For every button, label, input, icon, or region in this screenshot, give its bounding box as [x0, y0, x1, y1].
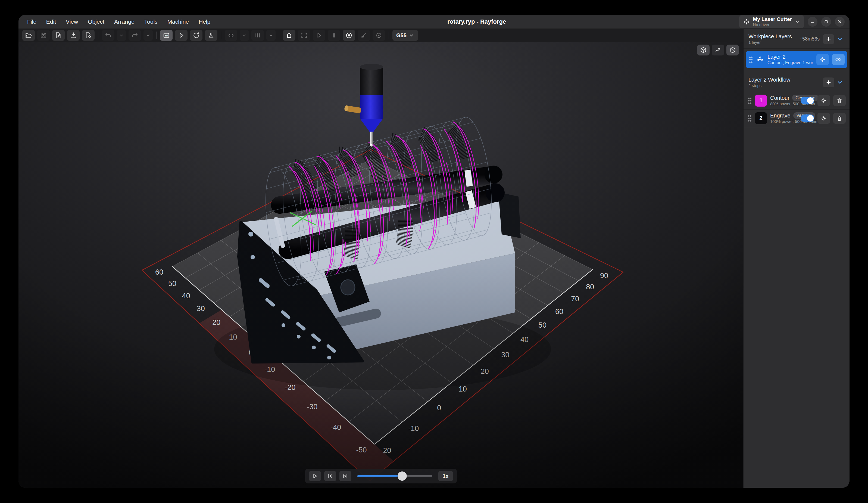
start-job-button[interactable] [313, 30, 325, 41]
menubar: File Edit View Object Arrange Tools Mach… [19, 17, 214, 27]
chevron-down-icon [795, 19, 800, 24]
svg-text:60: 60 [155, 268, 163, 276]
svg-text:40: 40 [182, 292, 190, 300]
slash-circle-icon [729, 47, 736, 53]
menu-file[interactable]: File [23, 17, 40, 27]
step-delete-button[interactable] [833, 113, 846, 124]
layers-subtitle: 1 layer [748, 40, 799, 45]
toolbar-separator [389, 32, 389, 39]
export-button[interactable] [82, 30, 95, 41]
step-settings-button[interactable] [817, 95, 830, 106]
distribute-menu-button[interactable] [266, 30, 276, 41]
wcs-label: G55 [396, 32, 406, 39]
skip-to-end-button[interactable] [339, 471, 351, 481]
stop-button[interactable] [343, 30, 355, 41]
plus-icon [826, 36, 831, 42]
undo-menu-button[interactable] [117, 30, 126, 41]
drag-handle-icon[interactable] [748, 115, 752, 122]
undo-button[interactable] [102, 30, 114, 41]
svg-text:50: 50 [538, 321, 547, 329]
playback-speed-button[interactable]: 1x [438, 471, 453, 481]
step-enabled-toggle[interactable] [800, 97, 814, 104]
svg-text:10: 10 [459, 385, 467, 393]
minimize-button[interactable] [808, 17, 817, 27]
skip-to-start-button[interactable] [324, 471, 336, 481]
svg-text:-50: -50 [356, 446, 366, 454]
laser-off-button[interactable] [358, 30, 370, 41]
wcs-selector-button[interactable]: G55 [392, 30, 418, 41]
sidebar: Workpiece Layers 1 layer ~58m56s [743, 29, 849, 488]
align-button[interactable] [225, 30, 237, 41]
menu-view[interactable]: View [62, 17, 82, 27]
machine-selector-button[interactable]: My Laser Cutter No driver [739, 15, 804, 28]
window-title: rotary.ryp - Rayforge [214, 18, 739, 25]
svg-text:80: 80 [586, 283, 594, 291]
layers-expander-button[interactable] [834, 34, 845, 44]
step-delete-button[interactable] [833, 95, 846, 106]
layer-visibility-button[interactable] [832, 54, 845, 65]
open-button[interactable] [22, 30, 35, 41]
send-to-machine-button[interactable] [205, 30, 217, 41]
maximize-button[interactable] [821, 17, 831, 27]
set-origin-button[interactable] [373, 30, 385, 41]
toolbar-separator [221, 32, 221, 39]
svg-text:-20: -20 [285, 383, 296, 391]
headerbar: File Edit View Object Arrange Tools Mach… [19, 15, 849, 29]
regenerate-button[interactable] [190, 30, 203, 41]
clip-workpiece-button[interactable] [726, 44, 739, 55]
workflow-title: Layer 2 Workflow [748, 76, 823, 83]
step-badge: 1 [755, 95, 767, 106]
machine-name: My Laser Cutter [753, 16, 792, 22]
svg-text:90: 90 [600, 271, 608, 280]
add-layer-button[interactable] [823, 34, 834, 44]
svg-text:50: 50 [168, 279, 176, 288]
perspective-view-button[interactable] [697, 44, 710, 55]
gear-icon [820, 97, 827, 104]
workflow-section-header: Layer 2 Workflow 2 steps [744, 72, 849, 92]
show-travel-moves-button[interactable] [712, 44, 724, 55]
step-settings-button[interactable] [817, 113, 830, 124]
workflow-step[interactable]: 2 Engrave Variable 100% power, 500 mm/mi… [744, 110, 849, 127]
save-button[interactable] [37, 30, 50, 41]
gear-icon [820, 115, 827, 122]
save-as-button[interactable] [52, 30, 65, 41]
menu-arrange[interactable]: Arrange [110, 17, 138, 27]
menu-help[interactable]: Help [195, 17, 214, 27]
home-button[interactable] [283, 30, 296, 41]
3d-viewport[interactable]: 9080706050403020100-10-206050403020100-1… [19, 42, 743, 488]
menu-tools[interactable]: Tools [141, 17, 162, 27]
play-button[interactable] [309, 471, 321, 481]
playback-bar: 1x [305, 469, 456, 483]
menu-object[interactable]: Object [84, 17, 108, 27]
trend-arrow-icon [714, 47, 722, 53]
layer-settings-button[interactable] [816, 54, 829, 65]
menu-edit[interactable]: Edit [42, 17, 60, 27]
align-menu-button[interactable] [240, 30, 249, 41]
gear-icon [819, 56, 826, 63]
workflow-expander-button[interactable] [834, 78, 845, 87]
slider-fill [357, 475, 402, 477]
drag-handle-icon[interactable] [748, 97, 752, 104]
drag-handle-icon[interactable] [749, 56, 753, 63]
svg-text:-40: -40 [330, 423, 341, 431]
toolbar-separator [279, 32, 279, 39]
frame-button[interactable] [298, 30, 310, 41]
layer-item[interactable]: Layer 2 Contour, Engrave 1 workpiece [746, 51, 847, 68]
layers-title: Workpiece Layers [748, 33, 799, 40]
timeline-slider[interactable] [357, 471, 432, 481]
close-button[interactable] [835, 17, 845, 27]
step-name: Contour [770, 95, 789, 101]
import-button[interactable] [67, 30, 80, 41]
simulate-button[interactable] [175, 30, 187, 41]
pause-button[interactable] [328, 30, 340, 41]
redo-button[interactable] [128, 30, 141, 41]
plus-icon [826, 79, 831, 85]
slider-knob[interactable] [397, 471, 407, 481]
add-step-button[interactable] [823, 78, 834, 87]
step-enabled-toggle[interactable] [800, 114, 814, 122]
3d-view-button[interactable]: 3D [160, 30, 173, 41]
workflow-step[interactable]: 1 Contour Centerline 80% power, 500 mm/m… [744, 92, 849, 109]
redo-menu-button[interactable] [144, 30, 153, 41]
distribute-button[interactable] [251, 30, 264, 41]
menu-machine[interactable]: Machine [164, 17, 193, 27]
